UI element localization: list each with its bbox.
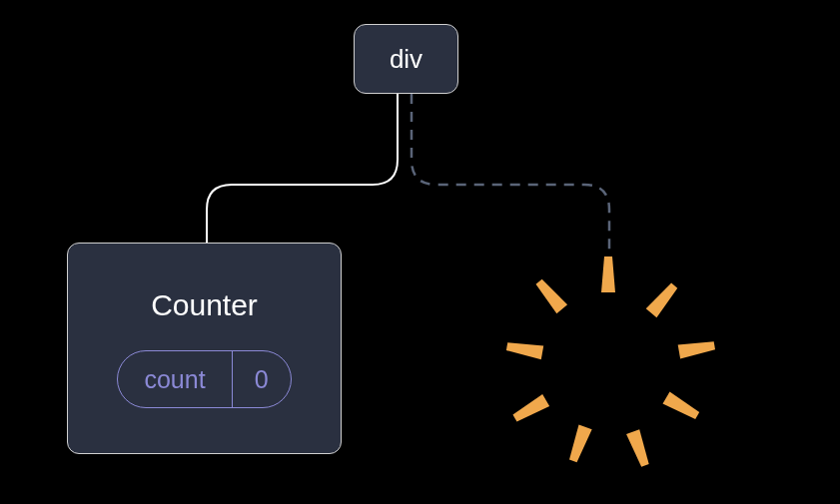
root-node: div <box>354 24 458 94</box>
state-key: count <box>118 351 232 407</box>
svg-marker-6 <box>511 394 549 424</box>
dashed-edge <box>412 94 609 264</box>
svg-marker-3 <box>663 391 701 421</box>
state-pill: count 0 <box>117 350 291 408</box>
root-label: div <box>390 44 422 75</box>
svg-marker-7 <box>505 339 543 359</box>
svg-marker-2 <box>678 338 716 358</box>
counter-title: Counter <box>151 288 258 322</box>
svg-marker-4 <box>626 429 651 468</box>
svg-marker-8 <box>533 277 567 314</box>
svg-marker-5 <box>566 425 591 464</box>
state-value: 0 <box>233 351 291 407</box>
solid-edge <box>207 94 398 243</box>
svg-marker-0 <box>601 256 615 292</box>
counter-node: Counter count 0 <box>67 243 342 454</box>
svg-marker-1 <box>646 281 680 318</box>
